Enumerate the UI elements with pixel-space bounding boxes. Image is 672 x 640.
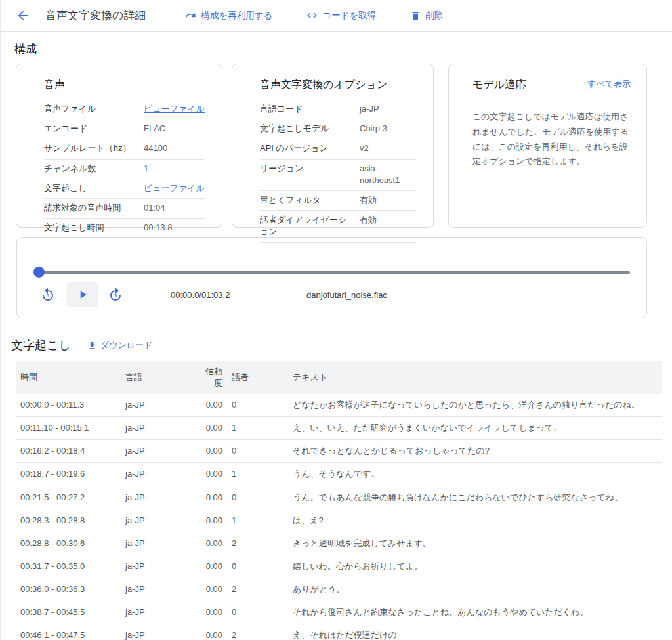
column-header-language: 言語: [125, 361, 198, 394]
detail-label: 請求対象の音声時間: [44, 202, 144, 214]
slider-knob[interactable]: [33, 267, 45, 278]
audio-card-rows: 音声ファイルビューファイルエンコードFLACサンプルレート（hz）44100チャ…: [44, 100, 205, 238]
detail-value: 01:04: [144, 202, 165, 214]
detail-label: リージョン: [260, 163, 360, 186]
audio-card: 音声 音声ファイルビューファイルエンコードFLACサンプルレート（hz）4410…: [16, 64, 222, 228]
replay-5-icon: 5: [39, 293, 56, 298]
get-code-button[interactable]: コードを取得: [306, 10, 376, 22]
language-cell: ja-JP: [125, 601, 198, 624]
transcript-row: 00:28.3 - 00:28.8ja-JP0.001は、え?: [16, 509, 662, 532]
transcript-row: 00:38.7 - 00:45.5ja-JP0.000それから俊司さんと約束なさ…: [16, 601, 662, 624]
model-adaptation-title: モデル適応: [472, 78, 526, 92]
view-file-link[interactable]: ビューファイル: [144, 182, 205, 194]
audio-player: 5 5 00:00.0/01:03.2 danjofutari_noise.fl…: [16, 237, 647, 318]
column-header-time: 時間: [16, 361, 125, 394]
detail-label: 音声ファイル: [44, 103, 144, 115]
detail-label: 言語コード: [260, 103, 360, 115]
column-header-text: テキスト: [293, 361, 662, 394]
detail-row: 請求対象の音声時間01:04: [44, 199, 205, 219]
text-cell: どなたかお客様が迷子になっていらしたのかと思ったら、洋介さんの独り言だったのね。: [293, 394, 662, 417]
download-label: ダウンロード: [100, 339, 153, 351]
transcript-header: 文字起こし ダウンロード: [11, 337, 672, 353]
text-cell: それできっとなんとかじるっておっしゃってたの?: [293, 440, 662, 463]
confidence-cell: 0.00: [198, 555, 232, 578]
back-button[interactable]: [14, 7, 32, 24]
reuse-config-label: 構成を再利用する: [201, 10, 272, 22]
speaker-cell: 0: [232, 394, 293, 417]
language-cell: ja-JP: [125, 532, 198, 555]
language-cell: ja-JP: [125, 394, 198, 417]
detail-label: API のバージョン: [260, 142, 360, 154]
page-title: 音声文字変換の詳細: [45, 8, 146, 23]
transcript-row: 00:21.5 - 00:27.2ja-JP0.000うん。でもあんな競争の勝ち…: [16, 486, 662, 509]
config-cards: 音声 音声ファイルビューファイルエンコードFLACサンプルレート（hz）4410…: [16, 64, 672, 228]
confidence-cell: 0.00: [198, 624, 232, 640]
confidence-cell: 0.00: [198, 394, 232, 417]
text-cell: うん。でもあんな競争の勝ち負けなんかにこだわらないでひたすら研究なさってね。: [293, 486, 662, 509]
seek-slider[interactable]: [33, 267, 631, 278]
language-cell: ja-JP: [125, 463, 198, 486]
forward-5-icon: 5: [107, 293, 124, 298]
time-cell: 00:11.10 - 00:15.1: [16, 417, 125, 440]
player-filename: danjofutari_noise.flac: [306, 290, 387, 300]
detail-label: サンプルレート（hz）: [44, 142, 144, 154]
show-all-link[interactable]: すべて表示: [587, 78, 631, 90]
redo-icon: [185, 10, 196, 21]
time-cell: 00:36.0 - 00:36.3: [16, 578, 125, 601]
speaker-cell: 0: [232, 601, 293, 624]
arrow-left-icon: [16, 9, 30, 23]
text-cell: は、え?: [293, 509, 662, 532]
speaker-cell: 0: [232, 555, 293, 578]
text-cell: うん、そうなんです。: [293, 463, 662, 486]
confidence-cell: 0.00: [198, 486, 232, 509]
transcript-row: 00:28.8 - 00:30.6ja-JP0.002きっと透明域を完成してみせ…: [16, 532, 662, 555]
detail-row: 冒とくフィルタ有効: [260, 191, 416, 211]
time-cell: 00:31.7 - 00:35.0: [16, 555, 125, 578]
detail-label: 話者ダイアライゼーション: [260, 214, 360, 238]
speaker-cell: 1: [232, 417, 293, 440]
transcript-row: 00:18.7 - 00:19.6ja-JP0.001うん、そうなんです。: [16, 463, 662, 486]
language-cell: ja-JP: [125, 624, 198, 640]
get-code-label: コードを取得: [322, 10, 376, 22]
forward-5-button[interactable]: 5: [107, 286, 124, 303]
speaker-cell: 1: [232, 509, 293, 532]
detail-row: API のバージョンv2: [260, 139, 416, 159]
language-cell: ja-JP: [125, 417, 198, 440]
text-cell: え、い、いえ、ただ研究がうまくいかないでイライラしてしまって。: [293, 417, 662, 440]
detail-label: 文字起こしモデル: [260, 123, 360, 135]
time-cell: 00:21.5 - 00:27.2: [16, 486, 125, 509]
confidence-cell: 0.00: [198, 532, 232, 555]
confidence-cell: 0.00: [198, 509, 232, 532]
transcript-title: 文字起こし: [11, 337, 71, 353]
speaker-cell: 0: [232, 440, 293, 463]
play-button[interactable]: [67, 282, 98, 307]
text-cell: きっと透明域を完成してみせます。: [293, 532, 662, 555]
transcript-row: 00:36.0 - 00:36.3ja-JP0.002ありがとう。: [16, 578, 662, 601]
detail-label: エンコード: [44, 123, 144, 135]
model-adaptation-card: モデル適応 すべて表示 この文字起こしではモデル適応は使用されませんでした。モデ…: [448, 64, 647, 228]
download-icon: [87, 341, 97, 351]
play-icon: [76, 288, 89, 301]
transcript-row: 00:31.7 - 00:35.0ja-JP0.000嬉しいわ。心からお祈りして…: [16, 555, 662, 578]
transcript-table-body: 00:00.0 - 00:11.3ja-JP0.000どなたかお客様が迷子になっ…: [16, 394, 662, 640]
options-card: 音声文字変換のオプション 言語コードja-JP文字起こしモデルChirp 3AP…: [232, 64, 434, 228]
confidence-cell: 0.00: [198, 601, 232, 624]
transcript-table: 時間 言語 信頼度 話者 テキスト 00:00.0 - 00:11.3ja-JP…: [16, 361, 662, 640]
delete-button[interactable]: 削除: [410, 10, 443, 22]
seek-slider-track[interactable]: [39, 271, 630, 274]
transcript-table-header-row: 時間 言語 信頼度 話者 テキスト: [16, 361, 662, 394]
text-cell: え、それはただ僕達だけの: [293, 624, 662, 640]
time-cell: 00:46.1 - 00:47.5: [16, 624, 125, 640]
download-button[interactable]: ダウンロード: [87, 339, 153, 351]
config-section-heading: 構成: [14, 41, 672, 56]
speaker-cell: 2: [232, 532, 293, 555]
view-file-link[interactable]: ビューファイル: [144, 103, 205, 115]
topbar: 音声文字変換の詳細 構成を再利用する コードを取得 削除: [1, 0, 672, 32]
replay-5-button[interactable]: 5: [39, 286, 56, 303]
reuse-config-button[interactable]: 構成を再利用する: [185, 10, 272, 22]
player-controls: 5 5 00:00.0/01:03.2 danjofutari_noise.fl…: [39, 282, 387, 308]
transcript-row: 00:11.10 - 00:15.1ja-JP0.001え、い、いえ、ただ研究が…: [16, 417, 662, 440]
speaker-cell: 2: [232, 578, 293, 601]
speaker-cell: 2: [232, 624, 293, 640]
detail-row: 文字起こしモデルChirp 3: [260, 119, 416, 139]
